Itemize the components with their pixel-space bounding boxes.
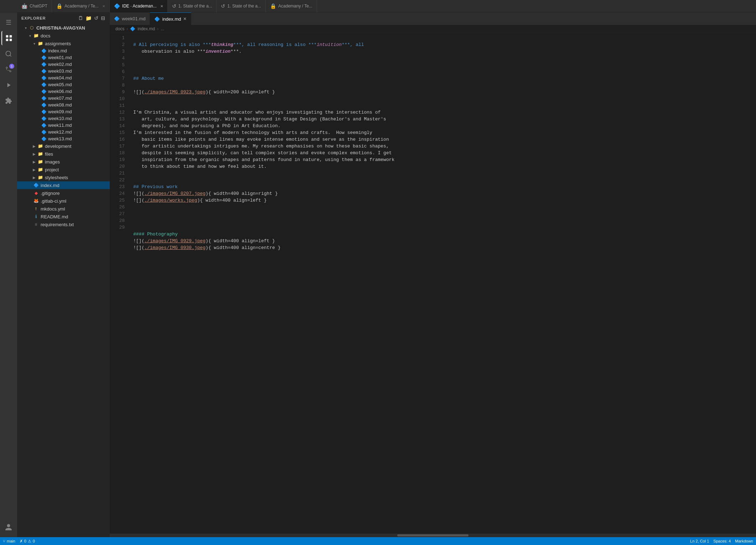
development-folder-item[interactable]: ▶ 📁 development	[17, 142, 110, 150]
assignment-file-item[interactable]: 🔷 week11.md	[17, 122, 110, 129]
reload-icon: ↺	[172, 3, 176, 9]
md-icon: 🔷	[41, 69, 47, 74]
gitlab-ci-item[interactable]: 🦊 .gitlab-ci.yml	[17, 197, 110, 205]
gitignore-icon: ◆	[33, 190, 39, 196]
assignment-file-item[interactable]: 🔷 week04.md	[17, 74, 110, 81]
svg-line-1	[10, 55, 11, 57]
collapse-icon[interactable]: ⊟	[101, 15, 105, 21]
editor-tab-week01[interactable]: 🔷 week01.md	[110, 12, 150, 25]
assignment-file-item[interactable]: 🔷 week08.md	[17, 102, 110, 108]
md-icon: 🔷	[41, 109, 47, 114]
new-folder-icon[interactable]: 📁	[86, 15, 92, 21]
warning-icon: ⚠	[28, 539, 31, 544]
assignment-file-item[interactable]: 🔷 week07.md	[17, 95, 110, 102]
lock-icon-2: 🔒	[270, 3, 276, 9]
browser-tab-state2[interactable]: ↺ 1. State of the a...	[217, 0, 266, 12]
breadcrumb-file-icon: 🔷	[130, 26, 135, 31]
search-icon[interactable]	[1, 47, 16, 61]
code-line-22: #### Photography	[133, 231, 750, 238]
assignment-file-item[interactable]: 🔷 week01.md	[17, 54, 110, 61]
root-folder-item[interactable]: ▾ ⬡ CHRISTINA-AVAGYAN	[17, 24, 110, 32]
line-numbers: 1234567891011121314151617181920212223242…	[110, 33, 128, 534]
tab-close-icon[interactable]: ✕	[102, 4, 105, 8]
project-arrow: ▶	[31, 167, 37, 172]
extensions-icon[interactable]	[1, 94, 16, 108]
assignments-folder-item[interactable]: ▾ 📁 assignments	[17, 40, 110, 47]
browser-tab-bar: 🤖 ChatGPT 🔒 Academany / Te... ✕ 🔷 IDE · …	[0, 0, 756, 12]
docs-folder-icon: 📁	[33, 32, 39, 39]
gitignore-item[interactable]: ◆ .gitignore	[17, 189, 110, 197]
code-line-16: ![](./images/IMG_0207.jpeg){ width=400 a…	[133, 190, 750, 197]
sidebar-actions: 🗒 📁 ↺ ⊟	[78, 15, 105, 21]
breadcrumb-file[interactable]: index.md	[138, 26, 155, 31]
account-icon[interactable]	[1, 520, 16, 534]
code-line-19	[133, 211, 750, 217]
readme-item[interactable]: ℹ README.md	[17, 213, 110, 220]
spaces-status[interactable]: Spaces: 4	[713, 539, 731, 543]
browser-tab-academany2[interactable]: 🔒 Academany / Te...	[266, 0, 317, 12]
refresh-icon[interactable]: ↺	[94, 15, 99, 21]
docs-folder-item[interactable]: ▾ 📁 docs	[17, 32, 110, 40]
ln-col-status[interactable]: Ln 2, Col 1	[690, 539, 709, 543]
md-icon: 🔷	[41, 89, 47, 94]
assignment-file-item[interactable]: 🔷 week06.md	[17, 88, 110, 95]
run-debug-icon[interactable]	[1, 78, 16, 92]
week01-tab-icon: 🔷	[114, 16, 120, 21]
lock-icon: 🔒	[56, 3, 62, 9]
hamburger-menu-icon[interactable]: ☰	[1, 15, 16, 30]
assignments-folder-icon: 📁	[37, 40, 43, 47]
code-line-5	[133, 68, 750, 75]
editor-tab-index[interactable]: 🔷 index.md ✕	[150, 12, 191, 25]
browser-tab-chatgpt[interactable]: 🤖 ChatGPT	[17, 0, 52, 12]
breadcrumb-section[interactable]: ...	[161, 26, 164, 31]
stylesheets-folder-item[interactable]: ▶ 📁 stylesheets	[17, 173, 110, 181]
scroll-thumb	[397, 534, 468, 536]
horizontal-scrollbar[interactable]	[110, 534, 756, 537]
code-line-12: I'm interested in the fusion of modern t…	[133, 129, 750, 136]
language-status[interactable]: Markdown	[735, 539, 753, 543]
browser-tab-academany1[interactable]: 🔒 Academany / Te... ✕	[52, 0, 110, 12]
tab-close-icon[interactable]: ✕	[160, 4, 163, 8]
assignment-file-item[interactable]: 🔷 week09.md	[17, 108, 110, 115]
code-editor: 1234567891011121314151617181920212223242…	[110, 33, 756, 534]
breadcrumb-docs[interactable]: docs	[115, 26, 124, 31]
source-control-icon[interactable]: 1	[1, 62, 16, 77]
code-line-17: ![](./images/works.jpeg){ width=400 alig…	[133, 197, 750, 204]
readme-icon: ℹ	[33, 213, 39, 220]
assignment-file-item[interactable]: 🔷 week05.md	[17, 81, 110, 88]
code-line-28	[133, 271, 750, 278]
editor-area: 🔷 week01.md 🔷 index.md ✕ docs › 🔷 index.…	[110, 12, 756, 537]
browser-tab-ide[interactable]: 🔷 IDE · Academan... ✕	[110, 0, 168, 12]
new-file-icon[interactable]: 🗒	[78, 15, 83, 21]
md-icon: 🔷	[41, 96, 47, 101]
docs-arrow: ▾	[27, 33, 33, 38]
branch-icon: ⑂	[3, 539, 5, 543]
md-icon: 🔷	[41, 130, 47, 135]
assignment-file-item[interactable]: 🔷 week13.md	[17, 135, 110, 142]
assignment-file-item[interactable]: 🔷 week02.md	[17, 61, 110, 68]
development-folder-icon: 📁	[37, 143, 43, 149]
browser-tab-state1[interactable]: ↺ 1. State of the a...	[168, 0, 217, 12]
project-folder-item[interactable]: ▶ 📁 project	[17, 166, 110, 173]
code-line-7	[133, 82, 750, 89]
explorer-icon[interactable]	[1, 31, 16, 45]
assignment-file-item[interactable]: 🔷 week12.md	[17, 129, 110, 135]
assignment-file-item[interactable]: 🔷 index.md	[17, 47, 110, 54]
images-folder-item[interactable]: ▶ 📁 images	[17, 158, 110, 166]
main-layout: ☰ 1 EXPLORER 🗒 📁 ↺ ⊟	[0, 12, 756, 537]
assignment-file-item[interactable]: 🔷 week10.md	[17, 115, 110, 122]
errors-status[interactable]: ✗ 0 ⚠ 0	[20, 539, 35, 544]
root-index-md-item[interactable]: 🔷 index.md	[17, 181, 110, 189]
code-line-4	[133, 62, 750, 68]
mkdocs-item[interactable]: ! mkdocs.yml	[17, 205, 110, 213]
md-icon: 🔷	[41, 55, 47, 60]
chatgpt-icon: 🤖	[21, 3, 27, 9]
requirements-item[interactable]: ≡ requirements.txt	[17, 220, 110, 228]
txt-icon: ≡	[33, 221, 39, 228]
md-icon: 🔷	[41, 82, 47, 87]
code-content[interactable]: # All perceiving is also ***thinking***,…	[128, 33, 756, 534]
assignment-file-item[interactable]: 🔷 week03.md	[17, 68, 110, 74]
files-folder-item[interactable]: ▶ 📁 files	[17, 150, 110, 158]
tab-close-button[interactable]: ✕	[183, 16, 187, 21]
branch-status[interactable]: ⑂ main	[3, 539, 15, 543]
